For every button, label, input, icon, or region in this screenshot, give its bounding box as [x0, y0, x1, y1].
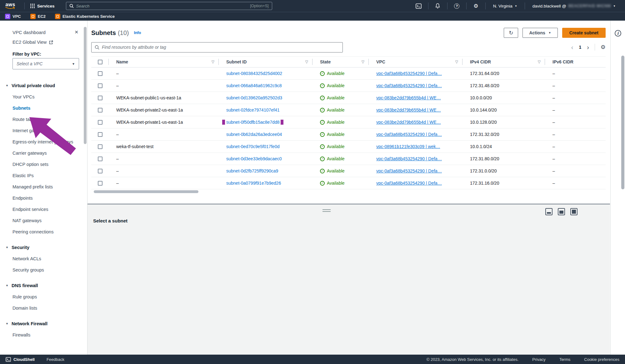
cloudshell-footer-button[interactable]: CloudShell [6, 357, 35, 362]
services-menu-button[interactable]: Services [28, 4, 57, 8]
subnet-id-link[interactable]: subnet-0f50dfb15ac8e7dd8 [226, 120, 279, 125]
select-all-checkbox[interactable] [98, 60, 102, 64]
next-page-button[interactable]: › [587, 44, 589, 50]
row-checkbox[interactable] [98, 157, 102, 161]
row-checkbox[interactable] [98, 120, 102, 125]
row-checkbox[interactable] [98, 83, 102, 88]
vpc-link[interactable]: vpc-0af3a68b453254290 | Defa… [376, 71, 442, 76]
column-header-subnet-id[interactable]: Subnet ID▽ [219, 57, 312, 67]
cloudshell-button[interactable] [412, 3, 425, 9]
column-header-state[interactable]: State▽ [312, 57, 369, 67]
vpc-link[interactable]: vpc-083be2dd79b655b4d | WE… [376, 95, 441, 100]
vertical-scrollbar[interactable] [621, 56, 624, 189]
privacy-link[interactable]: Privacy [532, 357, 546, 362]
sidebar-item-rule-groups[interactable]: Rule groups [0, 291, 87, 302]
actions-button[interactable]: Actions ▼ [522, 28, 558, 38]
sidebar-item-elastic-ips[interactable]: Elastic IPs [0, 170, 87, 181]
feedback-link[interactable]: Feedback [47, 357, 64, 362]
sidebar-item-route-tables[interactable]: Route tables [0, 114, 87, 125]
sidebar-item-subnets[interactable]: Subnets [0, 102, 87, 114]
sidebar-item-endpoint-services[interactable]: Endpoint services [0, 204, 87, 215]
vpc-link[interactable]: vpc-083be2dd79b655b4d | WE… [376, 120, 441, 125]
panel-layout-full-icon[interactable] [570, 208, 578, 215]
vpc-link[interactable]: vpc-08961b121fe303c09 | wek… [376, 144, 440, 149]
close-icon[interactable]: ✕ [74, 29, 78, 35]
vpc-link[interactable]: vpc-0af3a68b453254290 | Defa… [376, 168, 442, 173]
global-search-box[interactable]: [Option+S] [66, 2, 272, 10]
row-checkbox[interactable] [98, 144, 102, 149]
sidebar-section-network-firewall[interactable]: ▼Network Firewall [0, 318, 87, 329]
column-header-vpc[interactable]: VPC▽ [369, 57, 462, 67]
previous-page-button[interactable]: ‹ [571, 44, 573, 50]
subnet-id-link[interactable]: subnet-0a0799f91e7b9ed26 [226, 181, 281, 186]
subnet-id-link[interactable]: subnet-0d3ee33eb9dacaec0 [226, 156, 282, 161]
subnet-id-link[interactable]: subnet-0d2fb725ff9290ca9 [226, 168, 278, 173]
create-subnet-button[interactable]: Create subnet [562, 28, 606, 38]
cookie-preferences-link[interactable]: Cookie preferences [584, 357, 619, 362]
sidebar-item-nat-gateways[interactable]: NAT gateways [0, 215, 87, 226]
page-number[interactable]: 1 [579, 45, 581, 50]
sidebar-item-internet-gateways[interactable]: Internet gateways [0, 125, 87, 136]
column-header-ipv6-cidr[interactable]: IPv6 CIDR [545, 57, 606, 67]
vpc-link[interactable]: vpc-0af3a68b453254290 | Defa… [376, 132, 442, 137]
sidebar-item-carrier-gateways[interactable]: Carrier gateways [0, 147, 87, 159]
account-menu[interactable]: david.blackwell @ BEACERFAID MICNM ▼ [528, 4, 620, 8]
subnet-id-link[interactable]: subnet-02fdce7974107ef41 [226, 107, 279, 112]
sidebar-item-endpoints[interactable]: Endpoints [0, 192, 87, 204]
subnet-id-link[interactable]: subnet-0ed70c9e5f017fe0d [226, 144, 279, 149]
terms-link[interactable]: Terms [559, 357, 570, 362]
row-checkbox[interactable] [98, 71, 102, 76]
sidebar-item-your-vpcs[interactable]: Your VPCs [0, 91, 87, 102]
favorites-item-vpc[interactable]: VPC [5, 14, 21, 19]
column-header-name[interactable]: Name▽ [109, 57, 219, 67]
sort-icon[interactable]: ▽ [538, 60, 541, 64]
sidebar-item-ec2-global-view[interactable]: EC2 Global View [12, 37, 78, 47]
notifications-button[interactable] [432, 3, 444, 9]
help-button[interactable]: ? [451, 3, 463, 9]
sidebar-title-vpc-dashboard[interactable]: VPC dashboard [12, 30, 46, 35]
split-panel-drag-handle[interactable] [322, 209, 331, 212]
sidebar-item-network-acls[interactable]: Network ACLs [0, 253, 87, 264]
sidebar-item-firewalls[interactable]: Firewalls [0, 329, 87, 341]
row-checkbox[interactable] [98, 132, 102, 137]
vpc-link[interactable]: vpc-0af3a68b453254290 | Defa… [376, 181, 442, 186]
sidebar-item-dhcp-option-sets[interactable]: DHCP option sets [0, 159, 87, 170]
vpc-link[interactable]: vpc-083be2dd79b655b4d | WE… [376, 107, 441, 112]
sort-icon[interactable]: ▽ [305, 60, 308, 64]
resource-filter-input[interactable] [102, 45, 339, 50]
sort-icon[interactable]: ▽ [362, 60, 364, 64]
subnet-id-link[interactable]: subnet-066a846a61962c9c8 [226, 83, 282, 88]
sidebar-section-dns-firewall[interactable]: ▼DNS firewall [0, 280, 87, 291]
sidebar-item-domain-lists[interactable]: Domain lists [0, 302, 87, 314]
vpc-link[interactable]: vpc-0af3a68b453254290 | Defa… [376, 156, 442, 161]
sidebar-scrollbar[interactable] [84, 27, 87, 144]
subnet-id-link[interactable]: subnet-0b62da26a3edcee04 [226, 132, 282, 137]
row-checkbox[interactable] [98, 181, 102, 186]
panel-layout-half-icon[interactable] [558, 208, 565, 215]
row-checkbox[interactable] [98, 96, 102, 100]
favorites-item-elastic-kubernetes-service[interactable]: Elastic Kubernetes Service [55, 14, 115, 19]
select-vpc-dropdown[interactable]: Select a VPC ▼ [12, 58, 79, 69]
resource-filter-box[interactable] [91, 42, 343, 52]
info-link[interactable]: Info [134, 31, 141, 35]
favorites-item-ec2[interactable]: EC2 [30, 14, 46, 19]
sidebar-item-managed-prefix-lists[interactable]: Managed prefix lists [0, 181, 87, 192]
subnet-id-link[interactable]: subnet-080384325d25d4002 [226, 71, 282, 76]
settings-button[interactable]: ⚙ [470, 3, 482, 9]
subnet-id-link[interactable]: subnet-0d139620a952502d3 [226, 95, 282, 100]
sort-icon[interactable]: ▽ [455, 60, 458, 64]
sidebar-section-virtual-private-cloud[interactable]: ▼Virtual private cloud [0, 80, 87, 91]
panel-layout-bottom-icon[interactable] [545, 208, 552, 215]
table-preferences-gear-icon[interactable]: ⚙ [601, 44, 606, 51]
sort-icon[interactable]: ▽ [212, 60, 214, 64]
column-header-ipv4-cidr[interactable]: IPv4 CIDR▽ [462, 57, 545, 67]
row-checkbox[interactable] [98, 169, 102, 173]
sidebar-section-security[interactable]: ▼Security [0, 242, 87, 253]
global-search-input[interactable] [76, 4, 248, 8]
sidebar-item-security-groups[interactable]: Security groups [0, 264, 87, 276]
refresh-button[interactable]: ↻ [504, 28, 518, 38]
info-panel-icon[interactable]: i [615, 30, 621, 37]
sidebar-item-egress-only-internet-gateways[interactable]: Egress-only internet gateways [0, 136, 87, 147]
region-selector[interactable]: N. Virginia ▼ [489, 4, 522, 8]
aws-logo[interactable]: aws [5, 2, 16, 9]
